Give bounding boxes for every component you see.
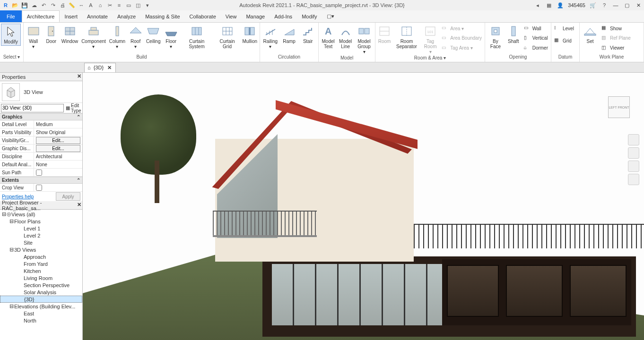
signin-icon[interactable]: 👤 xyxy=(557,1,564,9)
tree-3d-views[interactable]: ⊟3D Views xyxy=(0,246,82,253)
dim-icon[interactable]: ↔ xyxy=(78,1,85,9)
save-icon[interactable]: 💾 xyxy=(21,1,28,9)
properties-type-thumb[interactable]: 3D View xyxy=(0,81,82,103)
tree-site[interactable]: Site xyxy=(0,239,82,246)
prop-sun-path[interactable]: Sun Path xyxy=(0,169,82,177)
tree-solar-analysis[interactable]: Solar Analysis xyxy=(0,289,82,296)
browser-close-button[interactable]: ✕ xyxy=(77,202,81,208)
gd-edit-button[interactable]: Edit... xyxy=(36,145,80,152)
section-icon[interactable]: ✂ xyxy=(106,1,113,9)
apps-icon[interactable]: ▦ xyxy=(545,1,553,9)
stair-button[interactable]: Stair xyxy=(298,24,317,45)
tag-room-button[interactable]: 101Tag Room▾ xyxy=(421,24,440,55)
opening-dormer-button[interactable]: ⌂Dormer xyxy=(524,43,548,53)
redo-icon[interactable]: ↷ xyxy=(49,1,57,9)
area-boundary-button[interactable]: ▭Area Boundary xyxy=(442,34,482,43)
ramp-button[interactable]: Ramp xyxy=(280,24,299,45)
floor-button[interactable]: Floor▾ xyxy=(162,24,180,50)
set-workplane-button[interactable]: Set xyxy=(581,24,600,45)
tab-addins[interactable]: Add-Ins xyxy=(270,10,297,22)
area-button[interactable]: ▭Area ▾ xyxy=(442,24,482,33)
vg-edit-button[interactable]: Edit... xyxy=(36,137,80,144)
text-icon[interactable]: A xyxy=(87,1,95,9)
tree-east[interactable]: East xyxy=(0,310,82,317)
modify-button[interactable]: Modify xyxy=(1,24,21,46)
tab-play[interactable]: ▢▾ xyxy=(322,10,339,22)
project-browser-tree[interactable]: ⊟◎ Views (all) ⊟Floor Plans Level 1 Leve… xyxy=(0,210,82,340)
shaft-button[interactable]: Shaft xyxy=(505,24,522,45)
tag-area-button[interactable]: ▭Tag Area ▾ xyxy=(442,43,482,53)
sun-path-checkbox[interactable] xyxy=(36,170,42,176)
level-button[interactable]: ⟟Level xyxy=(554,24,574,33)
orbit-icon[interactable] xyxy=(628,174,639,185)
tab-collaborate[interactable]: Collaborate xyxy=(185,10,221,22)
minimize-button[interactable]: — xyxy=(612,1,619,9)
prop-parts-visibility[interactable]: Parts VisibilityShow Original xyxy=(0,128,82,136)
ceiling-button[interactable]: Ceiling xyxy=(144,24,162,45)
roof-button[interactable]: Roof▾ xyxy=(127,24,145,50)
graphics-section[interactable]: Graphics⌃ xyxy=(0,113,82,120)
project-browser-header[interactable]: Project Browser - RAC_basic_sa... ✕ xyxy=(0,201,82,210)
opening-wall-button[interactable]: ▭Wall xyxy=(524,24,548,33)
thinlines-icon[interactable]: ≡ xyxy=(115,1,123,9)
qat-dropdown-icon[interactable]: ▾ xyxy=(144,1,151,9)
tree-approach[interactable]: Approach xyxy=(0,253,82,260)
properties-close[interactable]: ✕ xyxy=(77,73,81,79)
by-face-button[interactable]: By Face xyxy=(486,24,505,50)
tab-architecture[interactable]: Architecture xyxy=(22,10,60,22)
properties-help-link[interactable]: Properties help xyxy=(2,194,34,199)
tree-section-perspective[interactable]: Section Perspective xyxy=(0,281,82,289)
door-button[interactable]: Door xyxy=(43,24,61,45)
crop-view-checkbox[interactable] xyxy=(36,185,42,191)
open-icon[interactable]: 📂 xyxy=(11,1,19,9)
prop-discipline[interactable]: DisciplineArchitectural xyxy=(0,153,82,161)
tree-living-room[interactable]: Living Room xyxy=(0,274,82,281)
print-icon[interactable]: 🖨 xyxy=(59,1,66,9)
view-cube[interactable]: LEFT FRONT xyxy=(608,96,630,118)
tree-views-root[interactable]: ⊟◎ Views (all) xyxy=(0,211,82,218)
doc-tab-close[interactable]: ✕ xyxy=(106,65,113,71)
railing-button[interactable]: Railing▾ xyxy=(261,24,280,50)
pan-icon[interactable] xyxy=(628,147,639,159)
default3d-icon[interactable]: ⌂ xyxy=(96,1,104,9)
tree-from-yard[interactable]: From Yard xyxy=(0,260,82,267)
tab-analyze[interactable]: Analyze xyxy=(113,10,140,22)
show-workplane-button[interactable]: ▦Show xyxy=(601,24,631,33)
tab-modify[interactable]: Modify xyxy=(297,10,322,22)
type-selector[interactable] xyxy=(1,104,64,112)
prop-visibility-graphics[interactable]: Visibility/Gr...Edit... xyxy=(0,136,82,144)
switch-windows-icon[interactable]: ◫ xyxy=(134,1,142,9)
model-text-button[interactable]: AModel Text xyxy=(320,24,337,50)
grid-button[interactable]: ▦Grid xyxy=(554,36,574,45)
extents-section[interactable]: Extents⌃ xyxy=(0,177,82,184)
curtain-grid-button[interactable]: Curtain Grid xyxy=(214,24,241,50)
viewer-button[interactable]: ◫Viewer xyxy=(601,43,631,53)
steering-wheel-icon[interactable] xyxy=(628,134,639,145)
tab-view[interactable]: View xyxy=(221,10,242,22)
room-area-title[interactable]: Room & Area ▾ xyxy=(375,55,485,62)
measure-icon[interactable]: 📏 xyxy=(68,1,76,9)
tab-manage[interactable]: Manage xyxy=(241,10,270,22)
tree-level2[interactable]: Level 2 xyxy=(0,232,82,239)
tree-3d-current[interactable]: {3D} xyxy=(0,296,82,303)
prop-crop-view[interactable]: Crop View xyxy=(0,184,82,192)
tab-massing-site[interactable]: Massing & Site xyxy=(140,10,184,22)
edit-type-button[interactable]: ▦Edit Type xyxy=(66,103,81,113)
component-button[interactable]: Component▾ xyxy=(79,24,108,50)
tree-elevations[interactable]: ⊟Elevations (Building Elev... xyxy=(0,303,82,310)
room-button[interactable]: Room xyxy=(376,24,392,45)
tree-floor-plans[interactable]: ⊟Floor Plans xyxy=(0,218,82,225)
tree-north[interactable]: North xyxy=(0,317,82,324)
document-tab-3d[interactable]: ⌂ {3D} ✕ xyxy=(84,63,116,72)
sync-icon[interactable]: ☁ xyxy=(30,1,38,9)
maximize-button[interactable]: ▢ xyxy=(623,1,631,9)
select-group-title[interactable]: Select ▾ xyxy=(0,54,23,62)
mullion-button[interactable]: Mullion xyxy=(241,24,259,45)
wall-button[interactable]: Wall▾ xyxy=(25,24,43,50)
ref-plane-button[interactable]: ▧Ref Plane xyxy=(601,34,631,43)
tree-kitchen[interactable]: Kitchen xyxy=(0,267,82,274)
room-separator-button[interactable]: Room Separator xyxy=(392,24,421,50)
close-hidden-icon[interactable]: ▭ xyxy=(125,1,132,9)
opening-vertical-button[interactable]: ▯Vertical xyxy=(524,34,548,43)
file-menu[interactable]: File xyxy=(0,10,22,22)
